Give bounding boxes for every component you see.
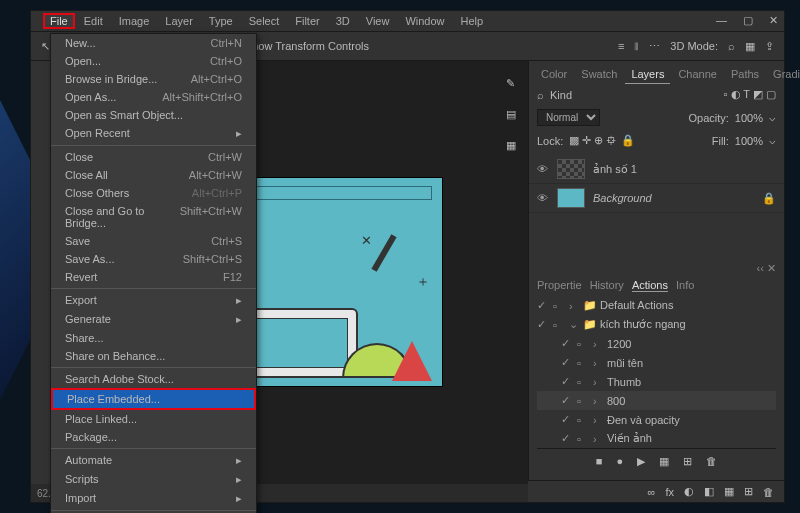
- menu-layer[interactable]: Layer: [158, 13, 200, 29]
- layer-toolbar: ∞fx◐◧▦⊞🗑: [528, 480, 784, 502]
- fill-value[interactable]: 100%: [735, 135, 763, 147]
- mode-label: 3D Mode:: [670, 40, 718, 52]
- menu-item-place-embedded-[interactable]: Place Embedded...: [53, 390, 254, 408]
- blend-mode-select[interactable]: Normal: [537, 109, 600, 126]
- action-button[interactable]: ■: [596, 455, 603, 468]
- menu-3d[interactable]: 3D: [329, 13, 357, 29]
- action-button[interactable]: 🗑: [706, 455, 717, 468]
- tab-info[interactable]: Info: [676, 279, 694, 292]
- transform-controls-label: Show Transform Controls: [245, 40, 369, 52]
- layer-button[interactable]: ▦: [724, 485, 734, 498]
- tab-layers[interactable]: Layers: [625, 65, 670, 84]
- menu-item-save[interactable]: SaveCtrl+S: [51, 232, 256, 250]
- actions-toolbar: ■●▶▦⊞🗑: [537, 448, 776, 474]
- layer-name: ảnh số 1: [593, 163, 637, 176]
- right-panels: ColorSwatchLayersChannePathsGradienPatte…: [528, 61, 784, 484]
- menu-item-browse-in-bridge-[interactable]: Browse in Bridge...Alt+Ctrl+O: [51, 70, 256, 88]
- menu-item-open-recent[interactable]: Open Recent: [51, 124, 256, 143]
- menu-filter[interactable]: Filter: [288, 13, 326, 29]
- opacity-value[interactable]: 100%: [735, 112, 763, 124]
- action-item[interactable]: ✓▫›1200: [537, 334, 776, 353]
- collapsed-panels[interactable]: ✎ ▤ ▦: [506, 77, 520, 152]
- menu-item-open-as-[interactable]: Open As...Alt+Shift+Ctrl+O: [51, 88, 256, 106]
- visibility-icon[interactable]: 👁: [537, 192, 549, 204]
- menu-item-share-on-behance-[interactable]: Share on Behance...: [51, 347, 256, 365]
- layer-row[interactable]: 👁ảnh số 1: [529, 155, 784, 184]
- layer-name: Background: [593, 192, 652, 204]
- menu-item-open-[interactable]: Open...Ctrl+O: [51, 52, 256, 70]
- menu-item-close-and-go-to-bridge-[interactable]: Close and Go to Bridge...Shift+Ctrl+W: [51, 202, 256, 232]
- menu-view[interactable]: View: [359, 13, 397, 29]
- panel-icon[interactable]: ▦: [506, 139, 520, 152]
- menu-item-package-: Package...: [51, 428, 256, 446]
- tab-propertie[interactable]: Propertie: [537, 279, 582, 292]
- menu-item-new-[interactable]: New...Ctrl+N: [51, 34, 256, 52]
- align-icon[interactable]: ≡: [618, 40, 624, 52]
- menu-window[interactable]: Window: [398, 13, 451, 29]
- minimize-icon[interactable]: —: [716, 14, 727, 27]
- lock-label: Lock:: [537, 135, 563, 147]
- kind-label: Kind: [550, 89, 572, 101]
- workspace-icon[interactable]: ▦: [745, 40, 755, 53]
- layer-row[interactable]: 👁Background🔒: [529, 184, 784, 213]
- action-item[interactable]: ✓▫›Thumb: [537, 372, 776, 391]
- action-item[interactable]: ✓▫›mũi tên: [537, 353, 776, 372]
- menu-item-scripts[interactable]: Scripts: [51, 470, 256, 489]
- search-icon[interactable]: ⌕: [728, 40, 735, 52]
- menu-item-place-linked-[interactable]: Place Linked...: [51, 410, 256, 428]
- menu-item-save-as-[interactable]: Save As...Shift+Ctrl+S: [51, 250, 256, 268]
- layer-button[interactable]: ⊞: [744, 485, 753, 498]
- menu-help[interactable]: Help: [454, 13, 491, 29]
- menu-item-automate[interactable]: Automate: [51, 451, 256, 470]
- swatch-icon[interactable]: ▤: [506, 108, 520, 121]
- menu-item-open-as-smart-object-[interactable]: Open as Smart Object...: [51, 106, 256, 124]
- action-item[interactable]: ✓▫›800: [537, 391, 776, 410]
- menu-item-close-all[interactable]: Close AllAlt+Ctrl+W: [51, 166, 256, 184]
- menu-item-revert[interactable]: RevertF12: [51, 268, 256, 286]
- action-item[interactable]: ✓▫›Viền ảnh: [537, 429, 776, 448]
- share-icon[interactable]: ⇪: [765, 40, 774, 53]
- layer-button[interactable]: 🗑: [763, 486, 774, 498]
- menu-item-generate[interactable]: Generate: [51, 310, 256, 329]
- action-button[interactable]: ▦: [659, 455, 669, 468]
- align-icon[interactable]: ⫴: [634, 40, 639, 53]
- tab-swatch[interactable]: Swatch: [575, 65, 623, 84]
- tab-paths[interactable]: Paths: [725, 65, 765, 84]
- tab-gradien[interactable]: Gradien: [767, 65, 800, 84]
- close-icon[interactable]: ✕: [769, 14, 778, 27]
- action-button[interactable]: ⊞: [683, 455, 692, 468]
- menu-item-close-others: Close OthersAlt+Ctrl+P: [51, 184, 256, 202]
- menu-item-export[interactable]: Export: [51, 291, 256, 310]
- action-button[interactable]: ●: [617, 455, 624, 468]
- panel-tabs: ColorSwatchLayersChannePathsGradienPatte…: [529, 61, 784, 84]
- menu-select[interactable]: Select: [242, 13, 287, 29]
- tab-actions[interactable]: Actions: [632, 279, 668, 292]
- action-button[interactable]: ▶: [637, 455, 645, 468]
- visibility-icon[interactable]: 👁: [537, 163, 549, 175]
- layer-button[interactable]: ◐: [684, 485, 694, 498]
- menu-type[interactable]: Type: [202, 13, 240, 29]
- lock-icon: 🔒: [762, 192, 776, 205]
- tab-history[interactable]: History: [590, 279, 624, 292]
- move-tool-icon[interactable]: ↖: [41, 40, 50, 53]
- layer-button[interactable]: ◧: [704, 485, 714, 498]
- brush-icon[interactable]: ✎: [506, 77, 520, 90]
- action-item[interactable]: ✓▫›📁 Default Actions: [537, 296, 776, 315]
- tab-color[interactable]: Color: [535, 65, 573, 84]
- maximize-icon[interactable]: ▢: [743, 14, 753, 27]
- menu-file[interactable]: File: [43, 13, 75, 29]
- menubar: FileEditImageLayerTypeSelectFilter3DView…: [31, 11, 784, 31]
- menu-image[interactable]: Image: [112, 13, 157, 29]
- menu-item-share-[interactable]: Share...: [51, 329, 256, 347]
- layer-button[interactable]: ∞: [648, 486, 656, 498]
- layer-thumb: [557, 159, 585, 179]
- layer-button[interactable]: fx: [665, 486, 674, 498]
- menu-item-close[interactable]: CloseCtrl+W: [51, 148, 256, 166]
- menu-edit[interactable]: Edit: [77, 13, 110, 29]
- menu-item-import[interactable]: Import: [51, 489, 256, 508]
- menu-item-search-adobe-stock-[interactable]: Search Adobe Stock...: [51, 370, 256, 388]
- align-icon[interactable]: ⋯: [649, 40, 660, 53]
- action-item[interactable]: ✓▫⌄📁 kích thước ngang: [537, 315, 776, 334]
- tab-channe[interactable]: Channe: [672, 65, 723, 84]
- action-item[interactable]: ✓▫›Đen và opacity: [537, 410, 776, 429]
